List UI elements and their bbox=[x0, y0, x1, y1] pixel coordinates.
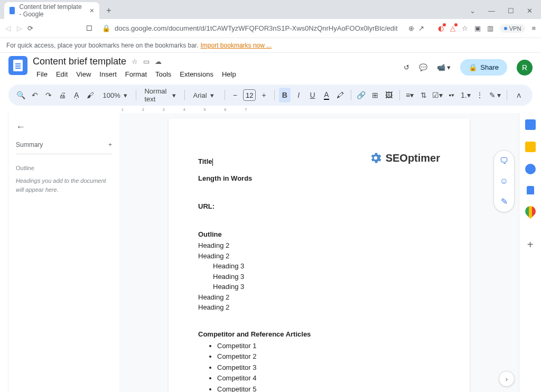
doc-length-heading[interactable]: Length in Words bbox=[198, 173, 440, 184]
account-avatar[interactable]: R bbox=[517, 60, 533, 76]
menu-extensions[interactable]: Extensions bbox=[176, 68, 217, 80]
text-color-button[interactable]: A bbox=[321, 88, 332, 102]
collapse-outline-icon[interactable]: ← bbox=[16, 122, 112, 133]
doc-outline-heading[interactable]: Outline bbox=[198, 229, 440, 240]
font-select[interactable]: Arial ▾ bbox=[189, 89, 220, 101]
calendar-icon[interactable] bbox=[525, 119, 536, 130]
paint-format-icon[interactable]: 🖌 bbox=[85, 88, 96, 102]
add-emoji-icon[interactable]: ☺ bbox=[496, 174, 512, 189]
competitors-heading[interactable]: Competitor and Reference Articles bbox=[198, 329, 440, 340]
document-title[interactable]: Content brief template bbox=[33, 56, 126, 67]
brave-rewards-icon[interactable]: △ bbox=[450, 24, 455, 32]
share-button[interactable]: 🔒 Share bbox=[460, 59, 507, 76]
insert-link-icon[interactable]: 🔗 bbox=[355, 88, 367, 102]
new-tab-button[interactable]: + bbox=[102, 4, 115, 17]
competitor-item[interactable]: Competitor 4 bbox=[217, 373, 440, 384]
outline-item[interactable]: Heading 3 bbox=[213, 261, 440, 272]
italic-button[interactable]: I bbox=[293, 88, 304, 102]
competitor-item[interactable]: Competitor 1 bbox=[217, 341, 440, 351]
nav-back-icon[interactable]: ◁ bbox=[5, 24, 11, 32]
line-spacing-icon[interactable]: ⇅ bbox=[418, 88, 430, 102]
chevron-down-icon[interactable]: ⌄ bbox=[470, 7, 475, 15]
outline-item[interactable]: Heading 3 bbox=[213, 282, 440, 292]
add-summary-icon[interactable]: + bbox=[108, 141, 112, 148]
bulleted-list-icon[interactable]: ⦁▾ bbox=[446, 88, 458, 102]
history-icon[interactable]: ↺ bbox=[404, 63, 409, 71]
share-url-icon[interactable]: ↗ bbox=[418, 24, 424, 32]
reload-icon[interactable]: ⟳ bbox=[27, 24, 33, 32]
outline-item[interactable]: Heading 2 bbox=[198, 251, 440, 262]
spellcheck-icon[interactable]: Ạ bbox=[71, 88, 82, 102]
competitor-item[interactable]: Competitor 3 bbox=[217, 362, 440, 373]
contacts-icon[interactable] bbox=[527, 186, 534, 194]
decrease-font-icon[interactable]: − bbox=[229, 88, 241, 102]
lock-icon[interactable]: 🔒 bbox=[102, 24, 110, 32]
menu-file[interactable]: File bbox=[33, 68, 51, 80]
highlight-button[interactable]: 🖍 bbox=[334, 88, 346, 102]
keep-icon[interactable] bbox=[525, 142, 536, 152]
close-tab-icon[interactable]: × bbox=[90, 6, 94, 15]
comments-icon[interactable]: 💬 bbox=[419, 63, 427, 71]
wallet-icon[interactable]: ▥ bbox=[487, 24, 493, 32]
explore-button[interactable]: › bbox=[499, 371, 515, 387]
doc-title-heading[interactable]: Title bbox=[198, 157, 212, 165]
brave-shield-icon[interactable]: ◐ bbox=[438, 24, 444, 32]
print-icon[interactable]: 🖨 bbox=[57, 88, 68, 102]
insert-comment-icon[interactable]: ⊞ bbox=[369, 88, 381, 102]
tasks-icon[interactable] bbox=[525, 164, 536, 174]
import-bookmarks-link[interactable]: Import bookmarks now ... bbox=[201, 42, 272, 49]
menu-tools[interactable]: Tools bbox=[152, 68, 175, 80]
vpn-pill[interactable]: VPN bbox=[500, 24, 526, 33]
search-menus-icon[interactable]: 🔍 bbox=[15, 88, 26, 102]
hide-menus-icon[interactable]: ʌ bbox=[511, 88, 526, 102]
outline-item[interactable]: Heading 2 bbox=[198, 302, 440, 313]
font-size-input[interactable]: 12 bbox=[243, 89, 256, 101]
undo-icon[interactable]: ↶ bbox=[29, 88, 40, 102]
google-docs-logo[interactable] bbox=[8, 56, 27, 75]
sidebar-icon[interactable]: ▣ bbox=[474, 24, 481, 32]
competitor-item[interactable]: Competitor 2 bbox=[217, 351, 440, 362]
meet-icon[interactable]: 📹 ▾ bbox=[437, 63, 451, 71]
redo-icon[interactable]: ↷ bbox=[43, 88, 54, 102]
suggest-edit-icon[interactable]: ✎ bbox=[496, 194, 512, 209]
extensions-icon[interactable]: ☆ bbox=[462, 24, 468, 32]
menu-help[interactable]: Help bbox=[218, 68, 240, 80]
menu-view[interactable]: View bbox=[72, 68, 95, 80]
paragraph-style-select[interactable]: Normal text ▾ bbox=[140, 85, 180, 105]
outline-item[interactable]: Heading 2 bbox=[198, 292, 440, 303]
move-icon[interactable]: ▭ bbox=[143, 58, 150, 66]
numbered-list-icon[interactable]: 1.▾ bbox=[460, 88, 471, 102]
menu-edit[interactable]: Edit bbox=[52, 68, 71, 80]
browser-tab[interactable]: Content brief template - Google × bbox=[4, 2, 99, 19]
browser-menu-icon[interactable]: ≡ bbox=[531, 24, 536, 32]
star-icon[interactable]: ☆ bbox=[132, 58, 138, 66]
add-comment-icon[interactable]: 🗨 bbox=[496, 154, 512, 169]
menu-format[interactable]: Format bbox=[122, 68, 151, 80]
cloud-status-icon[interactable]: ☁ bbox=[155, 58, 162, 66]
zoom-page-icon[interactable]: ⊕ bbox=[408, 24, 414, 32]
maps-icon[interactable] bbox=[523, 204, 537, 219]
bold-button[interactable]: B bbox=[279, 88, 291, 102]
vertical-ruler[interactable] bbox=[0, 113, 8, 392]
add-addon-icon[interactable]: + bbox=[527, 239, 534, 251]
close-window-icon[interactable]: ✕ bbox=[527, 7, 533, 15]
menu-insert[interactable]: Insert bbox=[96, 68, 120, 80]
competitor-item[interactable]: Competitor 5 bbox=[217, 384, 440, 393]
outline-item[interactable]: Heading 2 bbox=[198, 240, 440, 251]
insert-image-icon[interactable]: 🖼 bbox=[383, 88, 395, 102]
increase-font-icon[interactable]: + bbox=[258, 88, 269, 102]
bookmark-icon[interactable]: ☐ bbox=[86, 24, 92, 32]
maximize-icon[interactable]: ☐ bbox=[508, 7, 514, 15]
horizontal-ruler[interactable]: 1234567 bbox=[0, 106, 541, 113]
align-button[interactable]: ≡▾ bbox=[404, 88, 415, 102]
outline-item[interactable]: Heading 3 bbox=[213, 272, 440, 282]
document-page[interactable]: SEOptimer Title Length in Words URL: Out… bbox=[169, 118, 470, 392]
editing-mode-icon[interactable]: ✎ ▾ bbox=[488, 88, 502, 102]
checklist-icon[interactable]: ☑▾ bbox=[432, 88, 443, 102]
more-format-icon[interactable]: ⋮ bbox=[473, 88, 485, 102]
doc-url-heading[interactable]: URL: bbox=[198, 201, 440, 212]
document-canvas[interactable]: SEOptimer Title Length in Words URL: Out… bbox=[119, 113, 519, 392]
zoom-select[interactable]: 100% ▾ bbox=[98, 89, 131, 101]
url-text[interactable]: docs.google.com/document/d/1tCAWTyzWFQFO… bbox=[115, 24, 404, 32]
minimize-icon[interactable]: — bbox=[488, 7, 495, 15]
